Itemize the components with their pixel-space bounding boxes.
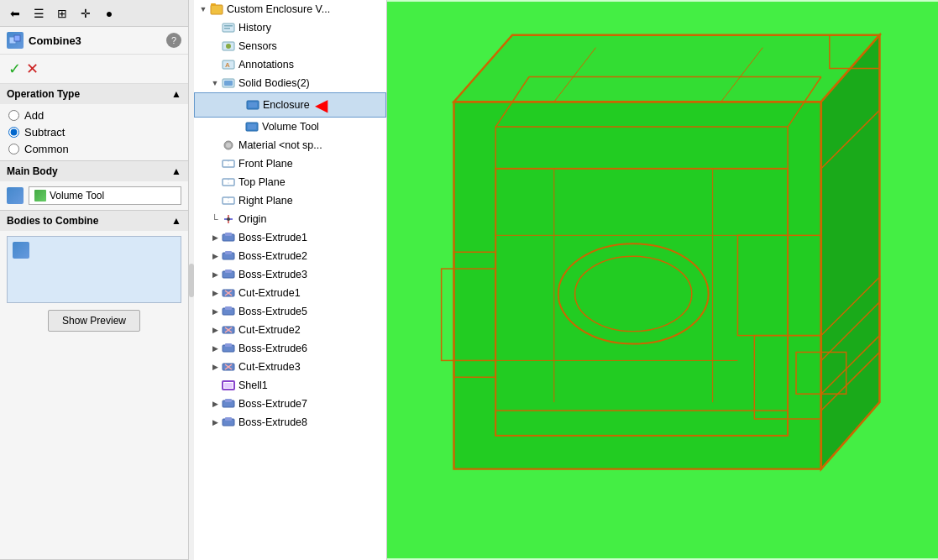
root-label: Custom Enclosure V... <box>227 3 330 15</box>
tree-item-annotations[interactable]: A Annotations <box>194 55 386 74</box>
cut-extrude3-icon <box>221 359 236 374</box>
boss-extrude7-expand[interactable]: ▶ <box>209 398 221 410</box>
bodies-to-combine-collapse[interactable]: ▲ <box>171 215 181 227</box>
radio-add-input[interactable] <box>8 110 19 121</box>
tree-item-cut-extrude1[interactable]: ▶ Cut-Extrude1 <box>194 284 386 302</box>
show-preview-button[interactable]: Show Preview <box>48 310 140 332</box>
tree-item-boss-extrude1[interactable]: ▶ Boss-Extrude1 <box>194 228 386 247</box>
shell1-icon <box>221 378 236 393</box>
operation-type-collapse[interactable]: ▲ <box>171 88 181 100</box>
svg-rect-50 <box>225 399 232 402</box>
tree-root[interactable]: ▼ Custom Enclosure V... <box>194 0 386 18</box>
tree-item-boss-extrude5[interactable]: ▶ Boss-Extrude5 <box>194 302 386 321</box>
svg-point-27 <box>227 217 230 221</box>
cut-extrude2-expand[interactable]: ▶ <box>209 324 221 336</box>
tree-item-right-plane[interactable]: Right Plane <box>194 191 386 210</box>
svg-rect-38 <box>225 306 232 310</box>
3d-scene <box>387 0 938 560</box>
origin-label: Origin <box>238 213 266 225</box>
cut-extrude1-expand[interactable]: ▶ <box>209 287 221 299</box>
tree-item-history[interactable]: History <box>194 18 386 37</box>
viewport[interactable] <box>387 0 938 560</box>
tree-item-enclosure[interactable]: Enclosure ◀ <box>194 92 386 118</box>
add-button[interactable]: ✛ <box>76 3 96 24</box>
back-button[interactable]: ⬅ <box>5 3 25 24</box>
tree-item-cut-extrude2[interactable]: ▶ Cut-Extrude2 <box>194 321 386 339</box>
combine-body-area[interactable] <box>7 236 181 303</box>
tree-item-boss-extrude7[interactable]: ▶ Boss-Extrude7 <box>194 395 386 413</box>
main-body-header[interactable]: Main Body ▲ <box>0 161 188 181</box>
tree-item-material[interactable]: Material <not sp... <box>194 136 386 154</box>
operation-type-label: Operation Type <box>7 88 80 100</box>
grid-button[interactable]: ⊞ <box>52 3 72 24</box>
top-plane-icon <box>221 175 236 190</box>
tree-item-cut-extrude3[interactable]: ▶ Cut-Extrude3 <box>194 358 386 376</box>
radio-add[interactable]: Add <box>8 109 180 122</box>
combine-body-area-icon <box>13 242 29 259</box>
main-body-collapse[interactable]: ▲ <box>171 165 181 177</box>
boss-extrude8-label: Boss-Extrude8 <box>238 416 307 428</box>
tree-item-front-plane[interactable]: Front Plane <box>194 154 386 173</box>
history-icon <box>221 20 236 35</box>
resize-handle[interactable] <box>189 264 194 297</box>
radio-subtract-input[interactable] <box>8 127 19 138</box>
volume-tool-label: Volume Tool <box>262 121 319 133</box>
tree-item-boss-extrude2[interactable]: ▶ Boss-Extrude2 <box>194 247 386 265</box>
volume-tool-expand <box>233 121 244 133</box>
sensors-icon <box>221 39 236 54</box>
tree-item-sensors[interactable]: Sensors <box>194 37 386 55</box>
front-plane-expand <box>209 158 221 170</box>
boss-extrude1-label: Boss-Extrude1 <box>238 232 307 243</box>
enclosure-label: Enclosure <box>263 99 310 111</box>
boss-extrude5-label: Boss-Extrude5 <box>238 306 307 317</box>
tree-item-top-plane[interactable]: Top Plane <box>194 173 386 191</box>
radio-common[interactable]: Common <box>8 143 180 155</box>
root-expand[interactable]: ▼ <box>197 3 209 15</box>
bodies-to-combine-header[interactable]: Bodies to Combine ▲ <box>0 211 188 231</box>
main-body-field[interactable]: Volume Tool <box>29 186 181 205</box>
boss-extrude2-icon <box>221 249 236 264</box>
tree-item-boss-extrude6[interactable]: ▶ Boss-Extrude6 <box>194 339 386 358</box>
svg-text:A: A <box>225 61 230 69</box>
boss-extrude6-expand[interactable]: ▶ <box>209 343 221 354</box>
solid-bodies-label: Solid Bodies(2) <box>238 77 310 89</box>
boss-extrude5-expand[interactable]: ▶ <box>209 306 221 317</box>
tree-item-boss-extrude3[interactable]: ▶ Boss-Extrude3 <box>194 265 386 284</box>
radio-common-input[interactable] <box>8 144 19 154</box>
tree-item-volume-tool[interactable]: Volume Tool <box>194 118 386 136</box>
boss-extrude3-expand[interactable]: ▶ <box>209 269 221 280</box>
color-button[interactable]: ● <box>99 3 119 24</box>
svg-marker-56 <box>821 35 880 469</box>
enclosure-icon <box>245 97 260 113</box>
boss-extrude8-expand[interactable]: ▶ <box>209 416 221 428</box>
tree-item-solid-bodies[interactable]: ▼ Solid Bodies(2) <box>194 74 386 92</box>
radio-subtract[interactable]: Subtract <box>8 126 180 139</box>
volume-tool-icon <box>244 119 259 134</box>
bodies-to-combine-label: Bodies to Combine <box>7 215 98 227</box>
shell1-label: Shell1 <box>238 379 268 391</box>
cancel-button[interactable]: ✕ <box>26 60 39 78</box>
front-plane-icon <box>221 156 236 171</box>
list-button[interactable]: ☰ <box>29 3 49 24</box>
boss-extrude1-expand[interactable]: ▶ <box>209 232 221 243</box>
solid-bodies-expand[interactable]: ▼ <box>209 77 221 89</box>
help-button[interactable]: ? <box>166 33 181 48</box>
svg-rect-1 <box>14 35 20 41</box>
svg-rect-12 <box>224 81 233 86</box>
cut-extrude1-icon <box>221 285 236 301</box>
cut-extrude3-label: Cut-Extrude3 <box>238 361 301 373</box>
boss-extrude2-expand[interactable]: ▶ <box>209 250 221 262</box>
cut-extrude3-expand[interactable]: ▶ <box>209 361 221 373</box>
right-plane-icon <box>221 193 236 208</box>
tree-item-origin[interactable]: └ Origin <box>194 210 386 228</box>
radio-add-label: Add <box>24 109 44 122</box>
cut-extrude2-label: Cut-Extrude2 <box>238 324 301 336</box>
sensors-label: Sensors <box>238 40 277 52</box>
tree-item-boss-extrude8[interactable]: ▶ Boss-Extrude8 <box>194 413 386 432</box>
main-body-label: Main Body <box>7 165 58 177</box>
confirm-button[interactable]: ✓ <box>8 60 21 78</box>
tree-item-shell1[interactable]: Shell1 <box>194 376 386 395</box>
history-label: History <box>238 22 271 34</box>
operation-type-header[interactable]: Operation Type ▲ <box>0 84 188 104</box>
origin-expand: └ <box>209 213 221 225</box>
